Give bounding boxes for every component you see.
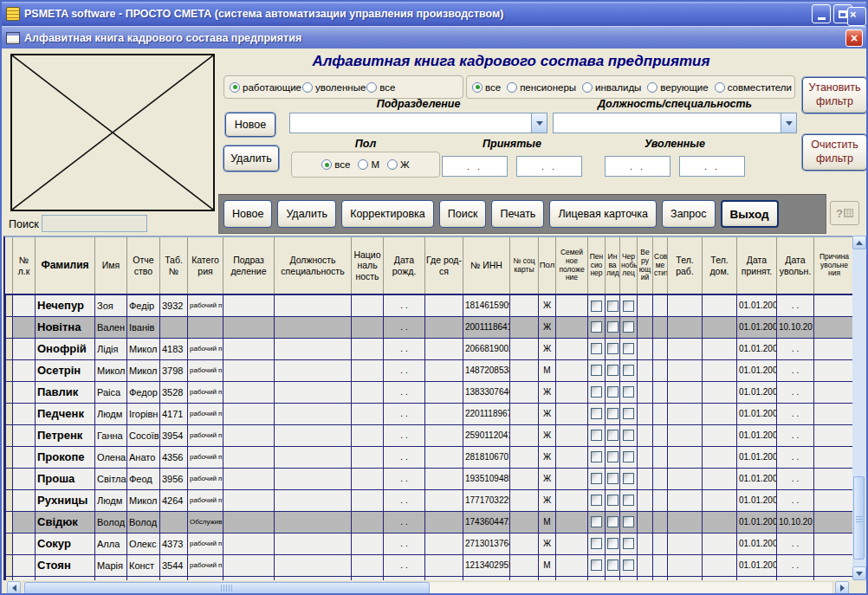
chevron-down-icon[interactable] <box>531 113 547 133</box>
toolbar-button-Лицевая карточка[interactable]: Лицевая карточка <box>549 200 657 228</box>
column-header[interactable]: Чер нобы лец <box>620 237 638 294</box>
checkbox-icon[interactable] <box>607 538 619 549</box>
table-row[interactable]: СтоянМаріяКонст3544рабочий п. .121340295… <box>6 554 853 576</box>
checkbox-icon[interactable] <box>623 301 634 312</box>
column-header[interactable]: № л.к <box>13 237 36 294</box>
toolbar-button-Корректировка[interactable]: Корректировка <box>341 200 434 228</box>
checkbox-icon[interactable] <box>591 408 602 419</box>
column-header[interactable]: Подраз деление <box>223 237 275 294</box>
radio-option-пенсионеры[interactable]: пенсионеры <box>507 82 576 93</box>
column-header[interactable]: Фамилия <box>36 237 95 294</box>
dialog-titlebar[interactable]: Алфавитная книга кадрового состава предп… <box>2 26 866 49</box>
checkbox-icon[interactable] <box>591 343 602 354</box>
table-row[interactable]: СокурАллаОлекс4373рабочий п. .2713013764… <box>6 533 853 554</box>
checkbox-icon[interactable] <box>607 473 619 484</box>
radio-option-уволенные[interactable]: уволенные <box>302 82 366 93</box>
position-select[interactable] <box>553 113 797 133</box>
radio-option-все[interactable]: все <box>321 159 350 170</box>
table-row[interactable]: ПрокопеОленаАнато4356рабочий п. .2818106… <box>6 446 853 468</box>
checkbox-icon[interactable] <box>623 343 634 354</box>
column-header[interactable] <box>6 237 13 294</box>
column-header[interactable]: Причина увольне ния <box>814 237 853 294</box>
fired-to-field[interactable]: . . <box>679 156 745 177</box>
checkbox-icon[interactable] <box>591 321 602 333</box>
scroll-up-button[interactable] <box>852 236 866 249</box>
toolbar-button-Запрос[interactable]: Запрос <box>662 200 715 228</box>
toolbar-button-Выход[interactable]: Выход <box>721 200 779 228</box>
column-header[interactable]: Семей ное положе ние <box>556 237 588 294</box>
radio-option-Ж[interactable]: Ж <box>387 159 410 170</box>
horizontal-scroll-track[interactable] <box>23 581 833 595</box>
checkbox-icon[interactable] <box>623 408 634 419</box>
checkbox-icon[interactable] <box>607 321 619 333</box>
checkbox-icon[interactable] <box>607 343 619 354</box>
column-header[interactable]: № ИНН <box>463 237 510 294</box>
checkbox-icon[interactable] <box>591 473 602 484</box>
toolbar-button-Удалить[interactable]: Удалить <box>277 200 336 228</box>
checkbox-icon[interactable] <box>591 451 602 462</box>
column-header[interactable]: Пол <box>539 237 556 294</box>
delete-button[interactable]: Удалить <box>223 146 279 171</box>
help-button[interactable]: ? <box>830 201 859 225</box>
column-header[interactable]: Отче ство <box>127 237 160 294</box>
checkbox-icon[interactable] <box>591 516 602 527</box>
checkbox-icon[interactable] <box>623 321 634 333</box>
checkbox-icon[interactable] <box>591 301 602 312</box>
column-header[interactable]: Таб. № <box>160 237 188 294</box>
column-header[interactable]: Должность специальность <box>275 237 352 294</box>
column-header[interactable]: Сов ме стит <box>653 237 668 294</box>
column-header[interactable]: Пен сио нер <box>588 237 606 294</box>
clear-filter-button[interactable]: Очистить фильтр <box>802 134 867 171</box>
checkbox-icon[interactable] <box>607 495 619 506</box>
vertical-scrollbar[interactable] <box>852 236 866 580</box>
checkbox-icon[interactable] <box>591 365 602 376</box>
checkbox-icon[interactable] <box>607 408 619 419</box>
checkbox-icon[interactable] <box>591 386 602 398</box>
table-row[interactable]: НовітнаВаленІванів. .2001118641Ж01.01.20… <box>6 316 853 338</box>
table-row[interactable]: ПедченкЛюдмІгорівн4171рабочий п. .220111… <box>6 403 853 424</box>
checkbox-icon[interactable] <box>623 430 634 441</box>
checkbox-icon[interactable] <box>623 516 634 527</box>
search-input[interactable] <box>42 215 147 232</box>
checkbox-icon[interactable] <box>607 430 619 441</box>
column-header[interactable]: Тел. раб. <box>668 237 703 294</box>
hired-from-field[interactable]: . . <box>442 156 508 177</box>
checkbox-icon[interactable] <box>623 538 634 549</box>
column-header[interactable]: Катего рия <box>188 237 223 294</box>
radio-option-все[interactable]: все <box>472 82 501 93</box>
checkbox-icon[interactable] <box>623 495 634 506</box>
checkbox-icon[interactable] <box>623 451 634 462</box>
main-titlebar[interactable]: PSMETA software - ПРОСТО СМЕТА (система … <box>2 2 866 26</box>
radio-option-работающие[interactable]: работающие <box>230 82 301 93</box>
checkbox-icon[interactable] <box>623 559 634 571</box>
column-header[interactable]: № соц карты <box>510 237 539 294</box>
checkbox-icon[interactable] <box>591 559 602 571</box>
table-row[interactable]: ПавликРаісаФедор3528рабочий п. .13833076… <box>6 381 853 403</box>
checkbox-icon[interactable] <box>607 451 619 462</box>
column-header[interactable]: Тел. дом. <box>703 237 737 294</box>
checkbox-icon[interactable] <box>607 516 619 527</box>
new-button[interactable]: Новое <box>225 113 275 137</box>
scroll-down-button[interactable] <box>852 566 866 580</box>
minimize-button[interactable] <box>812 4 831 23</box>
table-row[interactable]: ОсетрінМиколМикол3798рабочий п. .1487208… <box>6 359 853 381</box>
fired-from-field[interactable]: . . <box>605 156 670 177</box>
table-row[interactable]: СвідюкВолодВолодОбслужив. .1743604472М01… <box>6 511 853 533</box>
toolbar-button-Поиск[interactable]: Поиск <box>439 200 487 228</box>
checkbox-icon[interactable] <box>591 538 602 549</box>
column-header[interactable]: Дата увольн. <box>777 237 814 294</box>
toolbar-button-Печать[interactable]: Печать <box>491 200 544 228</box>
hired-to-field[interactable]: . . <box>516 156 582 177</box>
checkbox-icon[interactable] <box>623 386 634 398</box>
checkbox-icon[interactable] <box>591 495 602 506</box>
checkbox-icon[interactable] <box>607 301 619 312</box>
horizontal-scroll-thumb[interactable] <box>24 582 430 594</box>
column-header[interactable]: Ин ва лид <box>606 237 620 294</box>
radio-option-все[interactable]: все <box>366 82 395 93</box>
table-row[interactable]: РухницыЛюдмМикол4264рабочий п. .17717032… <box>6 489 853 511</box>
checkbox-icon[interactable] <box>623 365 634 376</box>
checkbox-icon[interactable] <box>607 386 619 398</box>
toolbar-button-Новое[interactable]: Новое <box>223 200 272 228</box>
radio-option-инвалиды[interactable]: инвалиды <box>582 82 641 93</box>
dialog-close-button[interactable]: × <box>845 29 863 47</box>
